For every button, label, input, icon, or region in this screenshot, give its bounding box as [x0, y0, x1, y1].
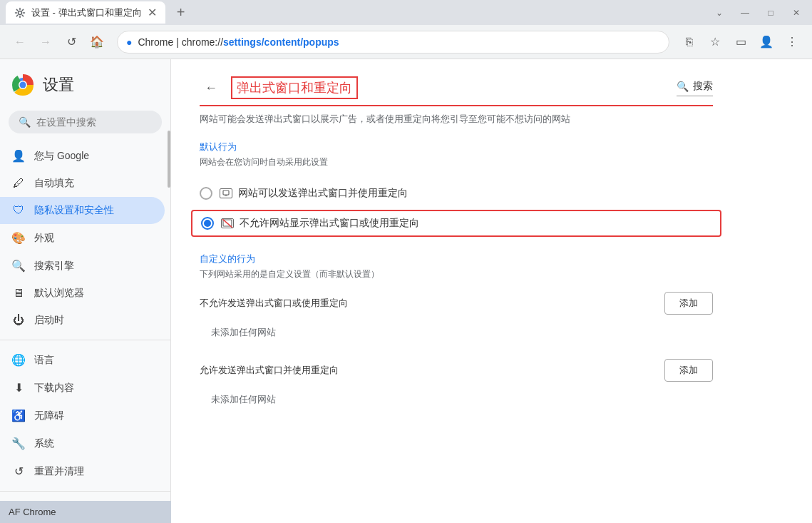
titlebar: 设置 - 弹出式窗口和重定向 ✕ + ⌄ — □ ✕ [0, 0, 812, 25]
browser-icon: 🖥 [11, 287, 26, 300]
system-icon: 🔧 [11, 437, 26, 450]
sidebar-item-browser[interactable]: 🖥 默认浏览器 [0, 280, 165, 307]
cast-button[interactable]: ⎘ [678, 31, 701, 54]
search-icon: 🔍 [19, 116, 31, 128]
new-tab-button[interactable]: + [171, 3, 191, 23]
block-custom-section: 不允许发送弹出式窗口或使用重定向 添加 未添加任何网站 [200, 292, 713, 345]
sidebar-item-accessibility[interactable]: ♿ 无障碍 [0, 402, 165, 430]
default-behavior-title: 默认行为 [200, 141, 713, 153]
allow-empty-text: 未添加任何网站 [200, 387, 713, 412]
custom-behavior-title: 自定义的行为 [200, 253, 713, 265]
sidebar-item-language[interactable]: 🌐 语言 [0, 346, 165, 374]
block-radio-button[interactable] [201, 217, 214, 230]
shield-icon: 🛡 [11, 204, 26, 217]
allow-radio-label: 网站可以发送弹出式窗口并使用重定向 [220, 187, 408, 200]
home-button[interactable]: 🏠 [86, 31, 108, 54]
sidebar-item-label-browser: 默认浏览器 [34, 287, 84, 300]
forward-button[interactable]: → [34, 31, 57, 54]
sidebar-divider-1 [0, 340, 170, 340]
default-behavior-sub: 网站会在您访问时自动采用此设置 [200, 156, 713, 168]
allow-custom-section: 允许发送弹出式窗口并使用重定向 添加 未添加任何网站 [200, 359, 713, 412]
custom-behavior-sub: 下列网站采用的是自定义设置（而非默认设置） [200, 268, 713, 280]
sidebar-item-reset[interactable]: ↺ 重置并清理 [0, 457, 165, 485]
minimize-button[interactable]: — [735, 3, 755, 23]
allow-custom-label: 允许发送弹出式窗口并使用重定向 [200, 364, 339, 377]
page-back-button[interactable]: ← [200, 76, 222, 99]
sidebar-item-label-accessibility: 无障碍 [34, 410, 64, 422]
bookmark-button[interactable]: ☆ [704, 31, 726, 54]
close-button[interactable]: ✕ [786, 3, 806, 23]
startup-icon: ⏻ [11, 314, 26, 327]
sidebar-title: 设置 [43, 74, 74, 96]
tab-strip-button[interactable]: ▭ [729, 31, 752, 54]
sidebar-item-system[interactable]: 🔧 系统 [0, 430, 165, 457]
allow-radio-button[interactable] [200, 187, 212, 200]
sidebar-item-label-startup: 启动时 [34, 314, 64, 327]
sidebar-item-search[interactable]: 🔍 搜索引擎 [0, 252, 165, 280]
page-title: 弹出式窗口和重定向 [231, 76, 358, 99]
browser-tab[interactable]: 设置 - 弹出式窗口和重定向 ✕ [6, 1, 165, 24]
sidebar-item-label-privacy: 隐私设置和安全性 [34, 204, 114, 217]
page-header-left: ← 弹出式窗口和重定向 [200, 76, 358, 99]
sidebar-item-label-system: 系统 [34, 437, 54, 450]
address-bar[interactable]: ● Chrome | chrome://settings/content/pop… [117, 31, 669, 54]
allow-popup-icon [220, 188, 232, 198]
page-header: ← 弹出式窗口和重定向 🔍 搜索 [200, 76, 713, 106]
block-add-button[interactable]: 添加 [664, 292, 713, 315]
sidebar-item-label-search: 搜索引擎 [34, 260, 74, 273]
sidebar-item-startup[interactable]: ⏻ 启动时 [0, 307, 165, 334]
block-custom-label: 不允许发送弹出式窗口或使用重定向 [200, 297, 348, 310]
sidebar-item-appearance[interactable]: 🎨 外观 [0, 224, 165, 252]
refresh-button[interactable]: ↺ [60, 31, 83, 54]
sidebar-item-google[interactable]: 👤 您与 Google [0, 142, 165, 170]
block-custom-header: 不允许发送弹出式窗口或使用重定向 添加 [200, 292, 713, 315]
maximize-button[interactable]: □ [761, 3, 781, 23]
custom-section: 自定义的行为 下列网站采用的是自定义设置（而非默认设置） 不允许发送弹出式窗口或… [200, 253, 713, 412]
chevron-down-icon[interactable]: ⌄ [709, 3, 729, 23]
sidebar-items: 👤 您与 Google 🖊 自动填充 🛡 隐私设置和安全性 🎨 外观 🔍 搜索引… [0, 142, 170, 523]
sidebar-item-autofill[interactable]: 🖊 自动填充 [0, 170, 165, 197]
menu-button[interactable]: ⋮ [781, 31, 803, 54]
nav-right-icons: ⎘ ☆ ▭ 👤 ⋮ [678, 31, 803, 54]
settings-search-input[interactable] [36, 116, 152, 128]
svg-point-4 [20, 82, 26, 88]
tab-title: 设置 - 弹出式窗口和重定向 [31, 6, 142, 19]
sidebar-item-privacy[interactable]: 🛡 隐私设置和安全性 [0, 197, 165, 224]
main-layout: 设置 🔍 👤 您与 Google 🖊 自动填充 🛡 隐 [0, 59, 812, 523]
autofill-icon: 🖊 [11, 177, 26, 190]
content-search-icon: 🔍 [677, 81, 689, 92]
chrome-logo-icon [11, 73, 34, 96]
appearance-icon: 🎨 [11, 231, 26, 245]
search-engine-icon: 🔍 [11, 259, 26, 273]
sidebar: 设置 🔍 👤 您与 Google 🖊 自动填充 🛡 隐 [0, 59, 171, 523]
block-popup-option[interactable]: 不允许网站显示弹出式窗口或使用重定向 [191, 210, 721, 237]
sidebar-divider-2 [0, 491, 170, 492]
allow-add-button[interactable]: 添加 [664, 359, 713, 382]
content-area: ← 弹出式窗口和重定向 🔍 搜索 网站可能会发送弹出式窗口以展示广告，或者使用重… [171, 59, 812, 523]
taskbar: AF Chrome [0, 501, 171, 523]
google-icon: 👤 [11, 149, 26, 163]
sidebar-header: 设置 [0, 59, 170, 111]
svg-point-0 [19, 11, 22, 14]
sidebar-item-label-download: 下载内容 [34, 382, 74, 395]
allow-custom-header: 允许发送弹出式窗口并使用重定向 添加 [200, 359, 713, 382]
svg-rect-5 [223, 191, 229, 195]
tab-close-button[interactable]: ✕ [148, 6, 157, 19]
navbar: ← → ↺ 🏠 ● Chrome | chrome://settings/con… [0, 25, 812, 59]
block-popup-icon [221, 218, 234, 228]
sidebar-item-label-language: 语言 [34, 354, 54, 367]
download-icon: ⬇ [11, 381, 26, 395]
taskbar-label: AF Chrome [9, 507, 56, 517]
language-icon: 🌐 [11, 353, 26, 367]
sidebar-item-label-google: 您与 Google [34, 150, 89, 163]
settings-tab-icon [14, 7, 26, 19]
url-path: settings/content/popups [223, 36, 339, 48]
reset-icon: ↺ [11, 464, 26, 478]
sidebar-item-download[interactable]: ⬇ 下载内容 [0, 374, 165, 402]
back-button[interactable]: ← [9, 31, 31, 54]
sidebar-item-label-appearance: 外观 [34, 232, 54, 245]
content-search-box[interactable]: 🔍 搜索 [677, 80, 713, 96]
allow-popup-option[interactable]: 网站可以发送弹出式窗口并使用重定向 [200, 180, 713, 207]
profile-button[interactable]: 👤 [755, 31, 778, 54]
content-search-label: 搜索 [693, 80, 713, 93]
